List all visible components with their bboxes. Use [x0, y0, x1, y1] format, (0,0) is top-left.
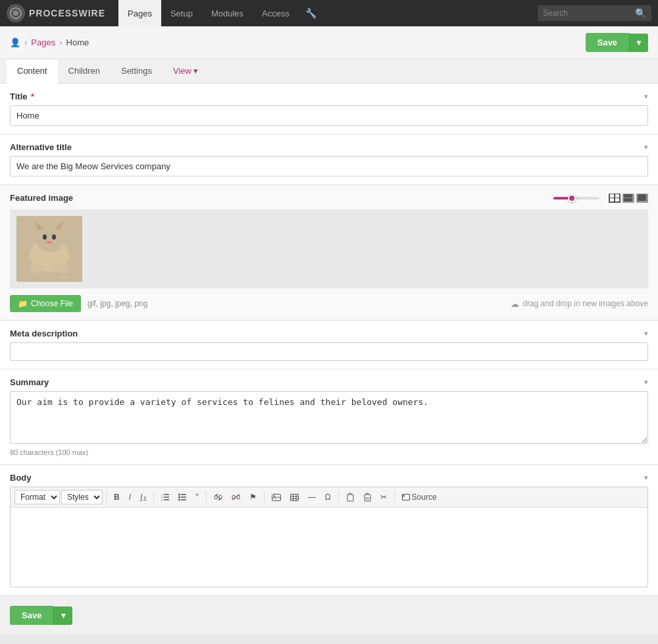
alt-title-input[interactable]: [10, 156, 648, 176]
nav-modules[interactable]: Modules: [202, 0, 253, 26]
folder-icon: 📁: [18, 299, 28, 308]
svg-rect-2: [610, 194, 614, 198]
image-button[interactable]: [268, 492, 285, 503]
view-icons: [609, 194, 648, 203]
source-button[interactable]: Source: [398, 491, 441, 504]
styles-select[interactable]: Styles: [61, 490, 103, 504]
paste-word-button[interactable]: W: [359, 491, 375, 504]
bottom-save-dropdown[interactable]: ▼: [53, 606, 72, 625]
alt-title-field-header: Alternative title ▾: [10, 142, 648, 152]
nav-setup[interactable]: Setup: [161, 0, 202, 26]
svg-point-25: [178, 494, 180, 496]
save-dropdown-button[interactable]: ▼: [629, 34, 648, 52]
bottom-save-button[interactable]: Save: [10, 606, 53, 625]
body-editor[interactable]: [11, 508, 647, 587]
title-label: Title *: [10, 92, 34, 101]
breadcrumb-bar: 👤 › Pages › Home Save ▼: [0, 26, 658, 59]
bold-button[interactable]: B: [110, 491, 124, 504]
nav-links: Pages Setup Modules Access 🔧: [118, 0, 538, 26]
bottom-save-group: Save ▼: [10, 606, 72, 625]
breadcrumb-separator-2: ›: [59, 38, 62, 47]
table-button[interactable]: [286, 492, 303, 503]
meta-description-input[interactable]: [10, 342, 648, 361]
rte-toolbar: Format Styles B I Ix 1 2 3: [11, 487, 647, 508]
unordered-list-button[interactable]: [174, 491, 190, 503]
omega-button[interactable]: Ω: [321, 491, 335, 504]
svg-rect-6: [624, 194, 632, 198]
flag-button[interactable]: ⚑: [245, 491, 261, 504]
body-label: Body: [10, 473, 32, 483]
slider-track: [553, 197, 599, 200]
svg-point-1: [13, 11, 18, 16]
svg-point-16: [43, 234, 47, 240]
svg-point-17: [52, 234, 56, 240]
svg-text:3: 3: [161, 498, 163, 501]
svg-rect-43: [347, 495, 353, 501]
breadcrumb-current-page: Home: [66, 38, 89, 47]
blockquote-button[interactable]: ": [191, 491, 202, 504]
title-field-header: Title * ▾: [10, 92, 648, 101]
toolbar-separator-3: [206, 491, 207, 503]
drag-drop-label: drag and drop in new images above: [522, 299, 648, 308]
tab-settings[interactable]: Settings: [111, 59, 163, 84]
cat-image-thumbnail[interactable]: [16, 216, 82, 282]
save-button-group: Save ▼: [586, 33, 648, 52]
cleanup-button[interactable]: ✂: [376, 491, 391, 504]
title-input[interactable]: [10, 105, 648, 126]
svg-rect-8: [638, 194, 646, 201]
body-collapse-icon[interactable]: ▾: [644, 473, 648, 482]
breadcrumb: 👤 › Pages › Home: [10, 38, 89, 47]
required-indicator: *: [29, 92, 35, 101]
wrench-icon[interactable]: 🔧: [305, 8, 316, 18]
tab-view[interactable]: View ▾: [163, 59, 209, 84]
bottom-bar: Save ▼: [0, 596, 658, 635]
breadcrumb-home-icon[interactable]: 👤: [10, 38, 20, 47]
search-container: 🔍: [538, 5, 651, 21]
logo-icon: [7, 4, 25, 22]
breadcrumb-pages-link[interactable]: Pages: [31, 38, 55, 47]
slider-thumb[interactable]: [568, 194, 576, 202]
unlink-button[interactable]: [228, 492, 244, 502]
search-icon[interactable]: 🔍: [635, 8, 646, 18]
svg-rect-38: [290, 494, 298, 500]
rich-text-editor: Format Styles B I Ix 1 2 3: [10, 487, 648, 587]
hr-button[interactable]: —: [304, 491, 320, 504]
grid-view-large-icon[interactable]: [636, 194, 648, 203]
title-collapse-icon[interactable]: ▾: [644, 92, 648, 101]
top-navigation: PROCESSWIRE Pages Setup Modules Access 🔧…: [0, 0, 658, 26]
summary-collapse-icon[interactable]: ▾: [644, 378, 648, 387]
breadcrumb-separator-1: ›: [24, 38, 27, 47]
tab-bar: Content Children Settings View ▾: [0, 59, 658, 84]
summary-section: Summary ▾ Our aim is to provide a variet…: [0, 369, 658, 465]
search-input[interactable]: [543, 9, 635, 18]
toolbar-separator-6: [394, 491, 395, 503]
image-size-slider[interactable]: [553, 197, 599, 200]
svg-point-47: [403, 495, 404, 496]
grid-view-small-icon[interactable]: [609, 194, 620, 203]
save-button[interactable]: Save: [586, 33, 629, 52]
format-select[interactable]: Format: [14, 490, 60, 504]
tab-content[interactable]: Content: [7, 59, 58, 84]
title-field-section: Title * ▾: [0, 84, 658, 134]
grid-view-medium-icon[interactable]: [622, 194, 634, 203]
summary-textarea[interactable]: Our aim is to provide a variety of servi…: [10, 391, 648, 444]
app-name: PROCESSWIRE: [29, 8, 105, 18]
nav-access[interactable]: Access: [253, 0, 299, 26]
tab-children[interactable]: Children: [58, 59, 111, 84]
link-button[interactable]: [210, 492, 226, 502]
strikethrough-button[interactable]: Ix: [136, 491, 150, 504]
choose-file-button[interactable]: 📁 Choose File: [10, 295, 81, 312]
nav-pages[interactable]: Pages: [118, 0, 161, 26]
featured-image-label: Featured image: [10, 193, 73, 203]
alt-title-collapse-icon[interactable]: ▾: [644, 143, 648, 151]
paste-text-button[interactable]: [342, 491, 358, 504]
meta-description-collapse-icon[interactable]: ▾: [644, 329, 648, 338]
cloud-upload-icon: ☁: [511, 299, 519, 309]
svg-point-11: [36, 226, 63, 252]
alt-title-field-section: Alternative title ▾: [0, 134, 658, 185]
summary-header: Summary ▾: [10, 377, 648, 387]
italic-button[interactable]: I: [125, 491, 135, 504]
featured-image-section: Featured image: [0, 185, 658, 321]
svg-rect-5: [615, 198, 619, 201]
ordered-list-button[interactable]: 1 2 3: [157, 491, 173, 503]
